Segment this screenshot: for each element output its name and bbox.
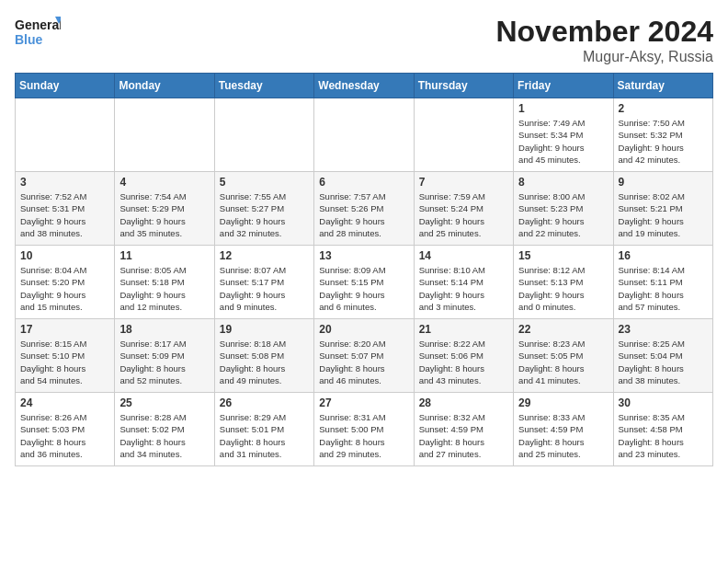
day-info: Sunrise: 7:57 AM Sunset: 5:26 PM Dayligh…	[319, 190, 408, 239]
day-number: 12	[220, 249, 309, 262]
calendar-cell: 23Sunrise: 8:25 AM Sunset: 5:04 PM Dayli…	[613, 319, 712, 393]
weekday-header-friday: Friday	[514, 74, 613, 98]
calendar-cell: 3Sunrise: 7:52 AM Sunset: 5:31 PM Daylig…	[16, 172, 115, 246]
day-number: 28	[419, 396, 508, 409]
calendar-cell: 19Sunrise: 8:18 AM Sunset: 5:08 PM Dayli…	[214, 319, 313, 393]
day-info: Sunrise: 7:49 AM Sunset: 5:34 PM Dayligh…	[518, 117, 608, 166]
day-info: Sunrise: 8:29 AM Sunset: 5:01 PM Dayligh…	[220, 411, 309, 460]
calendar-cell: 15Sunrise: 8:12 AM Sunset: 5:13 PM Dayli…	[514, 246, 613, 319]
calendar-cell: 14Sunrise: 8:10 AM Sunset: 5:14 PM Dayli…	[414, 246, 513, 319]
day-number: 7	[419, 176, 508, 189]
day-number: 17	[20, 323, 109, 336]
day-info: Sunrise: 8:07 AM Sunset: 5:17 PM Dayligh…	[220, 264, 309, 313]
calendar-cell: 1Sunrise: 7:49 AM Sunset: 5:34 PM Daylig…	[514, 98, 613, 172]
day-info: Sunrise: 7:54 AM Sunset: 5:29 PM Dayligh…	[119, 190, 209, 239]
day-number: 5	[220, 176, 309, 189]
day-number: 14	[419, 249, 508, 262]
day-info: Sunrise: 7:52 AM Sunset: 5:31 PM Dayligh…	[20, 190, 109, 239]
day-number: 10	[20, 249, 109, 262]
day-info: Sunrise: 8:12 AM Sunset: 5:13 PM Dayligh…	[518, 264, 608, 313]
day-info: Sunrise: 8:32 AM Sunset: 4:59 PM Dayligh…	[419, 411, 508, 460]
day-info: Sunrise: 7:55 AM Sunset: 5:27 PM Dayligh…	[220, 190, 309, 239]
day-info: Sunrise: 8:10 AM Sunset: 5:14 PM Dayligh…	[419, 264, 508, 313]
day-info: Sunrise: 8:17 AM Sunset: 5:09 PM Dayligh…	[119, 338, 209, 386]
weekday-header-wednesday: Wednesday	[314, 74, 414, 98]
day-info: Sunrise: 8:20 AM Sunset: 5:07 PM Dayligh…	[319, 338, 408, 386]
calendar-cell: 21Sunrise: 8:22 AM Sunset: 5:06 PM Dayli…	[414, 319, 513, 393]
day-info: Sunrise: 8:22 AM Sunset: 5:06 PM Dayligh…	[419, 338, 508, 386]
calendar-cell: 2Sunrise: 7:50 AM Sunset: 5:32 PM Daylig…	[613, 98, 712, 172]
day-number: 2	[619, 102, 708, 115]
calendar-cell: 22Sunrise: 8:23 AM Sunset: 5:05 PM Dayli…	[514, 319, 613, 393]
calendar-cell: 20Sunrise: 8:20 AM Sunset: 5:07 PM Dayli…	[314, 319, 414, 393]
logo-svg: General Blue	[15, 15, 61, 53]
day-info: Sunrise: 7:59 AM Sunset: 5:24 PM Dayligh…	[419, 190, 508, 239]
day-info: Sunrise: 8:05 AM Sunset: 5:18 PM Dayligh…	[119, 264, 209, 313]
calendar-cell: 16Sunrise: 8:14 AM Sunset: 5:11 PM Dayli…	[613, 246, 712, 319]
day-number: 9	[619, 176, 708, 189]
day-number: 20	[319, 323, 408, 336]
day-info: Sunrise: 8:18 AM Sunset: 5:08 PM Dayligh…	[220, 338, 309, 386]
day-info: Sunrise: 8:15 AM Sunset: 5:10 PM Dayligh…	[20, 338, 109, 386]
day-number: 4	[119, 176, 209, 189]
day-info: Sunrise: 8:23 AM Sunset: 5:05 PM Dayligh…	[518, 338, 608, 386]
day-info: Sunrise: 8:28 AM Sunset: 5:02 PM Dayligh…	[119, 411, 209, 460]
calendar-cell: 28Sunrise: 8:32 AM Sunset: 4:59 PM Dayli…	[414, 393, 513, 466]
day-info: Sunrise: 8:26 AM Sunset: 5:03 PM Dayligh…	[20, 411, 109, 460]
day-info: Sunrise: 8:04 AM Sunset: 5:20 PM Dayligh…	[20, 264, 109, 313]
calendar-cell: 29Sunrise: 8:33 AM Sunset: 4:59 PM Dayli…	[514, 393, 613, 466]
day-info: Sunrise: 8:35 AM Sunset: 4:58 PM Dayligh…	[619, 411, 708, 460]
day-number: 26	[220, 396, 309, 409]
calendar-cell: 24Sunrise: 8:26 AM Sunset: 5:03 PM Dayli…	[16, 393, 115, 466]
day-number: 15	[518, 249, 608, 262]
day-info: Sunrise: 8:14 AM Sunset: 5:11 PM Dayligh…	[619, 264, 708, 313]
day-number: 6	[319, 176, 408, 189]
weekday-header-thursday: Thursday	[414, 74, 513, 98]
calendar-cell: 5Sunrise: 7:55 AM Sunset: 5:27 PM Daylig…	[214, 172, 313, 246]
day-number: 8	[518, 176, 608, 189]
calendar-cell	[414, 98, 513, 172]
header: General Blue November 2024 Mugur-Aksy, R…	[15, 15, 713, 65]
day-number: 3	[20, 176, 109, 189]
day-info: Sunrise: 8:09 AM Sunset: 5:15 PM Dayligh…	[319, 264, 408, 313]
calendar-cell: 18Sunrise: 8:17 AM Sunset: 5:09 PM Dayli…	[115, 319, 214, 393]
day-info: Sunrise: 8:00 AM Sunset: 5:23 PM Dayligh…	[518, 190, 608, 239]
day-number: 1	[518, 102, 608, 115]
calendar-cell	[16, 98, 115, 172]
day-info: Sunrise: 8:33 AM Sunset: 4:59 PM Dayligh…	[518, 411, 608, 460]
calendar-cell: 10Sunrise: 8:04 AM Sunset: 5:20 PM Dayli…	[16, 246, 115, 319]
weekday-header-saturday: Saturday	[613, 74, 712, 98]
calendar-cell: 7Sunrise: 7:59 AM Sunset: 5:24 PM Daylig…	[414, 172, 513, 246]
calendar-cell: 27Sunrise: 8:31 AM Sunset: 5:00 PM Dayli…	[314, 393, 414, 466]
title-area: November 2024 Mugur-Aksy, Russia	[495, 15, 713, 65]
weekday-header-monday: Monday	[115, 74, 214, 98]
day-info: Sunrise: 8:31 AM Sunset: 5:00 PM Dayligh…	[319, 411, 408, 460]
calendar-cell: 4Sunrise: 7:54 AM Sunset: 5:29 PM Daylig…	[115, 172, 214, 246]
location-title: Mugur-Aksy, Russia	[495, 49, 713, 65]
calendar-cell	[115, 98, 214, 172]
calendar-cell: 17Sunrise: 8:15 AM Sunset: 5:10 PM Dayli…	[16, 319, 115, 393]
day-number: 25	[119, 396, 209, 409]
day-info: Sunrise: 8:02 AM Sunset: 5:21 PM Dayligh…	[619, 190, 708, 239]
svg-text:General: General	[15, 17, 61, 32]
calendar-cell: 6Sunrise: 7:57 AM Sunset: 5:26 PM Daylig…	[314, 172, 414, 246]
day-number: 11	[119, 249, 209, 262]
calendar-table: SundayMondayTuesdayWednesdayThursdayFrid…	[15, 73, 713, 466]
day-number: 24	[20, 396, 109, 409]
svg-text:Blue: Blue	[15, 32, 43, 47]
calendar-cell: 30Sunrise: 8:35 AM Sunset: 4:58 PM Dayli…	[613, 393, 712, 466]
calendar-cell	[314, 98, 414, 172]
calendar-cell	[214, 98, 313, 172]
calendar-cell: 13Sunrise: 8:09 AM Sunset: 5:15 PM Dayli…	[314, 246, 414, 319]
day-number: 21	[419, 323, 508, 336]
day-number: 23	[619, 323, 708, 336]
logo: General Blue	[15, 15, 61, 53]
day-info: Sunrise: 8:25 AM Sunset: 5:04 PM Dayligh…	[619, 338, 708, 386]
weekday-header-sunday: Sunday	[16, 74, 115, 98]
day-number: 19	[220, 323, 309, 336]
day-number: 27	[319, 396, 408, 409]
calendar-cell: 11Sunrise: 8:05 AM Sunset: 5:18 PM Dayli…	[115, 246, 214, 319]
day-number: 30	[619, 396, 708, 409]
calendar-cell: 8Sunrise: 8:00 AM Sunset: 5:23 PM Daylig…	[514, 172, 613, 246]
calendar-cell: 9Sunrise: 8:02 AM Sunset: 5:21 PM Daylig…	[613, 172, 712, 246]
